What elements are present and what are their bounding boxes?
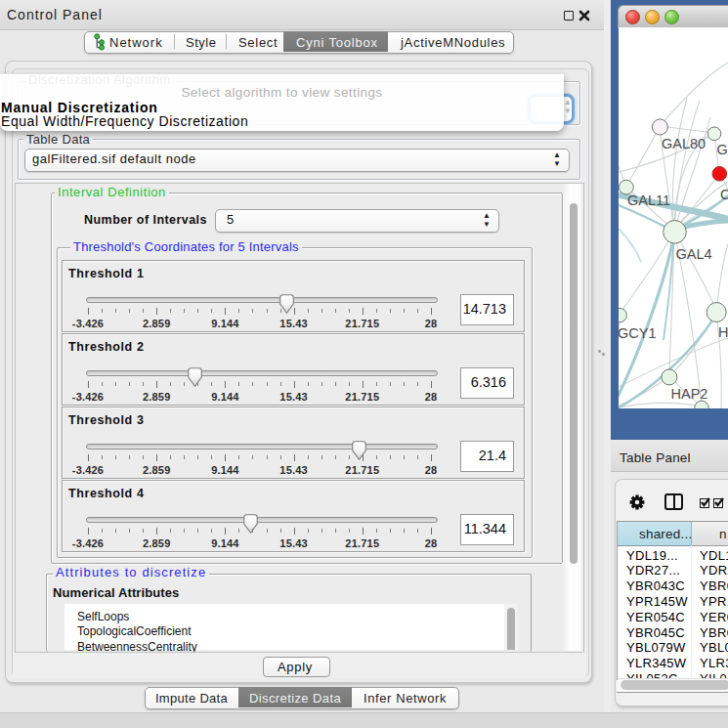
svg-text:H: H	[718, 324, 728, 340]
svg-text:GAL80: GAL80	[662, 136, 706, 151]
svg-text:C: C	[720, 187, 728, 202]
svg-text:GCY1: GCY1	[619, 325, 657, 341]
svg-text:GA: GA	[717, 142, 728, 157]
svg-text:GAL11: GAL11	[627, 193, 670, 208]
svg-text:HAP2: HAP2	[671, 386, 708, 402]
svg-text:GAL4: GAL4	[676, 246, 712, 262]
